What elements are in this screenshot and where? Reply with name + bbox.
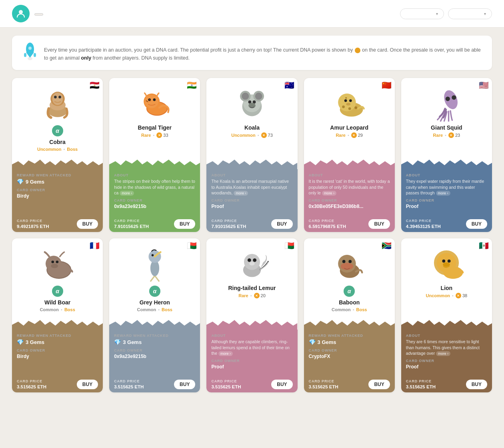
animal-image: [135, 246, 175, 282]
about-label: ABOUT: [211, 173, 292, 177]
more-link[interactable]: more ›: [322, 191, 336, 196]
svg-marker-13: [12, 160, 103, 169]
rarity-row: Rare • ✕ 33: [141, 132, 168, 138]
svg-point-49: [56, 260, 58, 263]
card-top: 🇺🇸 Giant Squid Rare • ✕ 23: [401, 78, 492, 158]
more-link[interactable]: more ›: [436, 191, 450, 196]
buy-button[interactable]: BUY: [77, 219, 98, 229]
card-top: 🇪🇬 α Cobra Uncommon • Boss: [12, 78, 103, 158]
animal-name: Cobra: [49, 139, 65, 145]
animal-image: [38, 86, 78, 122]
card-owner-value: 0x9a23e9215b: [114, 204, 195, 209]
card-info: ABOUT Although they are capable climbers…: [206, 330, 297, 376]
price-label: CARD PRICE: [17, 219, 49, 223]
mountain-divider: [304, 318, 395, 330]
svg-point-39: [345, 97, 347, 98]
buy-button[interactable]: BUY: [271, 380, 292, 389]
rarity-badge: Rare: [433, 133, 443, 138]
price-label: CARD PRICE: [17, 379, 46, 383]
svg-point-37: [348, 107, 351, 110]
about-label: ABOUT: [114, 173, 195, 177]
price-label: CARD PRICE: [406, 379, 436, 383]
country-flag: 🇺🇸: [479, 81, 489, 89]
svg-point-12: [58, 96, 61, 98]
about-text: It is the rarest 'cat' in the world, wit…: [309, 178, 390, 196]
card-price: 6.591796875 ETH: [309, 224, 346, 229]
price-area: CARD PRICE 3.515625 ETH: [406, 379, 436, 389]
svg-point-74: [448, 259, 451, 262]
price-area: CARD PRICE 4.39453125 ETH: [406, 219, 441, 229]
card-info: ABOUT They are 6 times more sensitive to…: [401, 330, 492, 376]
svg-point-47: [46, 256, 62, 272]
svg-point-69: [349, 260, 352, 263]
rarity-badge: Rare: [336, 133, 345, 138]
animal-name: Grey Heron: [140, 299, 170, 306]
card-footer: CARD PRICE 3.515625 ETH BUY: [401, 376, 492, 392]
header: ▾ ▾: [0, 0, 504, 28]
card-price: 3.515625 ETH: [114, 384, 144, 389]
rarity-row: Rare • ✕ 23: [433, 132, 460, 138]
svg-point-10: [52, 92, 63, 105]
buy-button[interactable]: BUY: [174, 380, 195, 389]
gem-icon: 💎: [17, 339, 24, 345]
card-owner-value: Proof: [211, 204, 292, 209]
more-link[interactable]: more ›: [234, 191, 248, 196]
about-label: ABOUT: [406, 173, 487, 177]
svg-point-60: [244, 254, 260, 270]
svg-point-29: [248, 103, 256, 108]
country-flag: 🇲🇬: [284, 242, 294, 250]
animal-image: [329, 246, 369, 282]
price-area: CARD PRICE 3.515625 ETH: [211, 379, 241, 389]
rarity-badge: Common: [137, 307, 156, 312]
nav-tabs: [19, 12, 396, 15]
alpha-badge: α: [149, 286, 160, 297]
svg-point-34: [349, 99, 352, 102]
sort-price-select[interactable]: ▾: [400, 8, 444, 19]
mountain-divider: [304, 158, 395, 169]
mountain-divider: [206, 158, 297, 169]
reward-label: REWARD WHEN ATTACKED: [309, 334, 390, 338]
about-text: The stripes on their body often help the…: [114, 178, 195, 196]
buy-button[interactable]: BUY: [368, 219, 390, 229]
card-owner-value: 0x30Be05FE3eD386b8...: [309, 204, 390, 209]
svg-marker-58: [109, 320, 200, 330]
rarity-row: Uncommon • Boss: [37, 147, 78, 152]
price-label: CARD PRICE: [211, 379, 241, 383]
svg-marker-64: [206, 320, 297, 330]
card-info: ABOUT It is the rarest 'cat' in the worl…: [304, 169, 395, 216]
svg-point-73: [442, 259, 446, 262]
more-link[interactable]: more ›: [436, 351, 450, 356]
presale-banner: Every time you participate in an auction…: [12, 36, 492, 70]
buy-button[interactable]: BUY: [466, 380, 487, 389]
more-link[interactable]: more ›: [218, 351, 233, 356]
svg-point-6: [28, 57, 32, 60]
dna-icon: ✕: [448, 132, 454, 138]
svg-point-57: [151, 254, 154, 256]
buy-button[interactable]: BUY: [466, 219, 487, 229]
card-footer: CARD PRICE 7.91015625 ETH BUY: [206, 216, 297, 232]
sort-order-select[interactable]: ▾: [448, 8, 492, 19]
alpha-badge: α: [344, 286, 355, 297]
card-body: REWARD WHEN ATTACKED 💎 9 Gems CARD OWNER…: [12, 158, 103, 232]
card-koala: 🇦🇺 Koala Uncommon • ✕ 73 ABOUT The: [206, 78, 297, 232]
dna-power: ✕ 29: [351, 132, 363, 138]
buy-button[interactable]: BUY: [77, 380, 98, 389]
dna-icon: ✕: [351, 132, 357, 138]
card-price: 3.515625 ETH: [309, 384, 338, 389]
card-info: REWARD WHEN ATTACKED 💎 9 Gems CARD OWNER…: [12, 169, 103, 216]
buy-button[interactable]: BUY: [271, 219, 292, 229]
dna-icon: ✕: [156, 132, 162, 138]
price-label: CARD PRICE: [114, 379, 144, 383]
card-price: 7.91015625 ETH: [114, 224, 149, 229]
svg-point-41: [442, 88, 460, 111]
card-info: ABOUT The Koala is an arboreal marsupial…: [206, 169, 297, 216]
buy-button[interactable]: BUY: [174, 219, 195, 229]
dna-power: ✕ 73: [261, 132, 273, 138]
mountain-divider: [109, 158, 200, 169]
more-link[interactable]: more ›: [120, 191, 134, 196]
owner-label: CARD OWNER: [406, 359, 487, 363]
dna-power: ✕ 33: [156, 132, 168, 138]
buy-button[interactable]: BUY: [368, 380, 390, 389]
boss-badge: Boss: [356, 307, 367, 312]
rarity-row: Rare • ✕ 29: [336, 132, 363, 138]
